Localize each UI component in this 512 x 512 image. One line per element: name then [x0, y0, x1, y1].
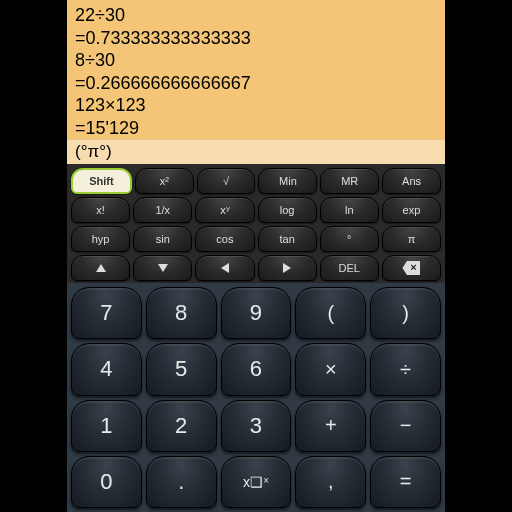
shift-button[interactable]: Shift [71, 168, 132, 194]
digit-2-button[interactable]: 2 [146, 400, 217, 452]
decimal-point-button[interactable]: . [146, 456, 217, 508]
plus-button[interactable]: + [295, 400, 366, 452]
x-pow-y-button[interactable]: xʸ [195, 197, 254, 223]
equals-button[interactable]: = [370, 456, 441, 508]
min-button[interactable]: Min [258, 168, 317, 194]
x-box-x-button[interactable]: x❑ˣ [221, 456, 292, 508]
arrow-up-icon [96, 264, 106, 272]
digit-3-button[interactable]: 3 [221, 400, 292, 452]
multiply-button[interactable]: × [295, 343, 366, 395]
divide-button[interactable]: ÷ [370, 343, 441, 395]
history-line: 8÷30 [75, 49, 437, 72]
arrow-up-button[interactable] [71, 255, 130, 281]
pi-button[interactable]: π [382, 226, 441, 252]
sqrt-button[interactable]: √ [197, 168, 256, 194]
digit-6-button[interactable]: 6 [221, 343, 292, 395]
history-line: =0.266666666666667 [75, 72, 437, 95]
digit-1-button[interactable]: 1 [71, 400, 142, 452]
arrow-left-icon [221, 263, 229, 273]
del-button[interactable]: DEL [320, 255, 379, 281]
history-line: 22÷30 [75, 4, 437, 27]
hyp-button[interactable]: hyp [71, 226, 130, 252]
digit-9-button[interactable]: 9 [221, 287, 292, 339]
arrow-right-button[interactable] [258, 255, 317, 281]
calculator-app: 22÷30 =0.733333333333333 8÷30 =0.2666666… [67, 0, 445, 512]
close-paren-button[interactable]: ) [370, 287, 441, 339]
backspace-button[interactable] [382, 255, 441, 281]
reciprocal-button[interactable]: 1/x [133, 197, 192, 223]
digit-4-button[interactable]: 4 [71, 343, 142, 395]
digit-5-button[interactable]: 5 [146, 343, 217, 395]
ln-button[interactable]: ln [320, 197, 379, 223]
digit-8-button[interactable]: 8 [146, 287, 217, 339]
x-squared-button[interactable]: x² [135, 168, 194, 194]
digit-0-button[interactable]: 0 [71, 456, 142, 508]
tan-button[interactable]: tan [258, 226, 317, 252]
arrow-right-icon [283, 263, 291, 273]
factorial-button[interactable]: x! [71, 197, 130, 223]
display-input[interactable]: (°π°) [67, 139, 445, 164]
history-line: =15'129 [75, 117, 437, 140]
open-paren-button[interactable]: ( [295, 287, 366, 339]
history-line: =0.733333333333333 [75, 27, 437, 50]
backspace-icon [402, 261, 420, 275]
digit-7-button[interactable]: 7 [71, 287, 142, 339]
sin-button[interactable]: sin [133, 226, 192, 252]
numeric-keypad: 7 8 9 ( ) 4 5 6 × ÷ 1 2 3 + − 0 . x❑ˣ , … [67, 283, 445, 512]
arrow-left-button[interactable] [195, 255, 254, 281]
arrow-down-icon [158, 264, 168, 272]
ans-button[interactable]: Ans [382, 168, 441, 194]
exp-button[interactable]: exp [382, 197, 441, 223]
history-line: 123×123 [75, 94, 437, 117]
log-button[interactable]: log [258, 197, 317, 223]
comma-button[interactable]: , [295, 456, 366, 508]
cos-button[interactable]: cos [195, 226, 254, 252]
arrow-down-button[interactable] [133, 255, 192, 281]
display-history: 22÷30 =0.733333333333333 8÷30 =0.2666666… [67, 0, 445, 139]
degree-button[interactable]: ° [320, 226, 379, 252]
mr-button[interactable]: MR [320, 168, 379, 194]
function-key-area: Shift x² √ Min MR Ans x! 1/x xʸ log ln e… [67, 164, 445, 283]
minus-button[interactable]: − [370, 400, 441, 452]
